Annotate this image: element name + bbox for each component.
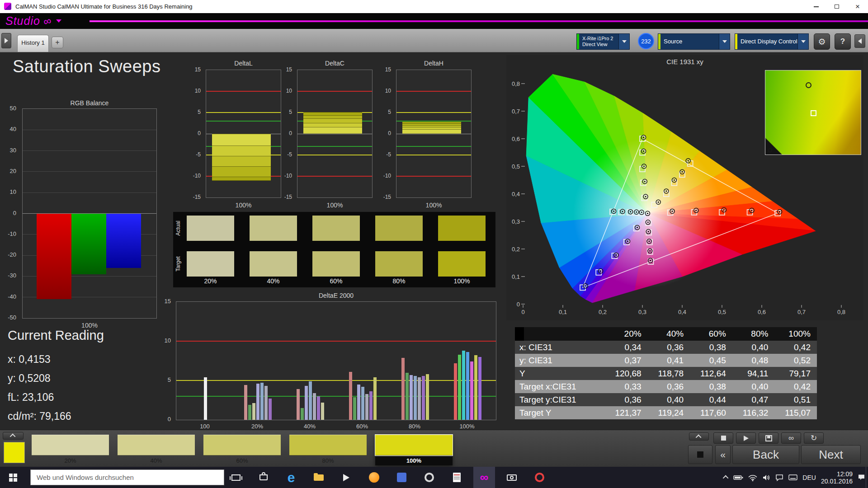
show-desktop-button[interactable] (866, 467, 868, 488)
table-header-cell: 60% (690, 327, 732, 341)
clock[interactable]: 12:09 20.01.2016 (821, 470, 853, 485)
calman-icon[interactable]: ∞ (473, 467, 495, 488)
tab-scroll-left-button[interactable] (1, 33, 11, 48)
rgb-bar-red (37, 214, 71, 300)
table-cell: 0,42 (774, 341, 817, 354)
save-icon (765, 435, 772, 441)
table-cell: 0,47 (732, 393, 775, 406)
back-button[interactable]: Back (732, 445, 799, 464)
chevron-down-icon[interactable] (797, 34, 808, 49)
limit-line (396, 91, 471, 92)
patch-label: 20% (32, 456, 109, 465)
close-icon: × (855, 3, 860, 10)
speaker-icon[interactable] (762, 474, 770, 481)
battery-icon[interactable] (733, 475, 743, 480)
gridline (23, 171, 156, 172)
taskbar-search-input[interactable] (30, 469, 224, 485)
stop-button[interactable] (713, 432, 733, 444)
svg-text:0,2: 0,2 (599, 309, 607, 315)
current-reading-values: x: 0,4153y: 0,5208fL: 23,106cd/m²: 79,16… (8, 350, 71, 426)
studio-logo-text: Studio (5, 14, 40, 28)
deltae-bar (297, 389, 300, 420)
patch-item[interactable]: 20% (32, 435, 109, 465)
deltal-title: DeltaL (206, 60, 281, 67)
measurement-count-badge[interactable]: 232 (638, 33, 654, 49)
display-control-dropdown[interactable]: Direct Display Control (735, 33, 809, 50)
deltae-bar (478, 357, 481, 420)
studio-logo[interactable]: Studio ∞ (5, 14, 61, 28)
panel-collapse-button[interactable] (854, 34, 865, 48)
camera-icon[interactable] (501, 467, 523, 488)
y-tick-label: 10 (10, 188, 16, 195)
y-tick-label: -10 (284, 173, 292, 179)
table-row-label: y: CIE31 (515, 354, 605, 367)
doc-line3 (454, 479, 460, 479)
actual-swatch (312, 216, 360, 241)
store-icon[interactable] (253, 467, 274, 488)
settings-button[interactable]: ⚙ (814, 33, 830, 50)
help-button[interactable]: ? (835, 33, 851, 50)
source-dropdown[interactable]: Source (658, 33, 730, 50)
patch-item[interactable]: 40% (118, 435, 195, 465)
limit-line (297, 155, 372, 155)
next-button[interactable]: Next (801, 445, 861, 464)
y-tick-label: 0 (388, 130, 391, 136)
title-bar: CalMAN Studio CalMAN Ultimate for Busine… (0, 0, 868, 13)
chevron-down-icon[interactable] (618, 34, 629, 49)
table-header-cell: 100% (774, 327, 817, 341)
deltae-bar (349, 372, 352, 420)
chevron-down-icon[interactable] (56, 19, 61, 23)
recorder-icon[interactable] (528, 467, 550, 488)
minimize-button[interactable] (806, 0, 826, 13)
media-player-icon[interactable] (335, 467, 357, 488)
rgb-balance-chart (22, 108, 157, 319)
collapse-strip-button[interactable] (3, 432, 24, 440)
limit-line (206, 112, 281, 113)
action-center-icon[interactable] (858, 474, 865, 481)
gridline (23, 150, 156, 151)
file-explorer-icon[interactable] (308, 467, 330, 488)
patch-item[interactable]: 100% (375, 435, 453, 465)
close-button[interactable]: × (847, 0, 868, 13)
maximize-button[interactable] (826, 0, 847, 13)
previous-button[interactable]: « (715, 445, 731, 464)
patch-swatch (32, 435, 109, 455)
delta-bar (402, 129, 461, 134)
language-indicator[interactable]: DEU (802, 474, 816, 481)
edge-icon[interactable]: e (280, 467, 302, 488)
y-tick-label: -15 (193, 194, 201, 200)
save-button[interactable] (759, 432, 778, 444)
actual-swatch (187, 216, 234, 241)
stop-pattern-button[interactable] (688, 445, 712, 464)
chevron-down-icon[interactable] (719, 34, 730, 49)
start-button[interactable] (0, 467, 26, 488)
recorder-icon-shape (535, 473, 544, 482)
wifi-icon[interactable] (748, 474, 757, 481)
patch-item[interactable]: 60% (203, 435, 281, 465)
add-tab-button[interactable]: + (52, 37, 63, 48)
tab-history-1[interactable]: History 1 (17, 35, 49, 52)
deltae-bar (361, 387, 364, 420)
message-icon[interactable] (775, 474, 783, 481)
limit-line (396, 176, 471, 177)
y-tick-label: 5 (198, 109, 201, 115)
svg-text:0,1: 0,1 (512, 273, 520, 280)
steps-doc-icon[interactable] (446, 467, 467, 488)
calman-studio-window: CalMAN Studio CalMAN Ultimate for Busine… (0, 0, 868, 488)
blue-app-icon[interactable] (391, 467, 412, 488)
patch-label: 100% (375, 456, 453, 465)
play-button[interactable] (736, 432, 756, 444)
tray-expand-button[interactable] (724, 475, 728, 479)
meter-dropdown[interactable]: X-Rite i1Pro 2 Direct View (576, 33, 630, 50)
touch-keyboard-icon[interactable] (788, 474, 797, 480)
deltae-bar (369, 391, 373, 420)
target-swatch (312, 251, 360, 277)
continuous-measure-button[interactable]: ∞ (781, 432, 801, 444)
cie-zoom-inset (765, 70, 861, 155)
patch-item[interactable]: 80% (289, 435, 367, 465)
task-view-icon[interactable] (225, 467, 247, 488)
collapse-controls-button[interactable] (689, 432, 709, 441)
firefox-icon[interactable] (363, 467, 385, 488)
refresh-button[interactable]: ↻ (804, 432, 824, 444)
gray-app-icon[interactable] (418, 467, 440, 488)
